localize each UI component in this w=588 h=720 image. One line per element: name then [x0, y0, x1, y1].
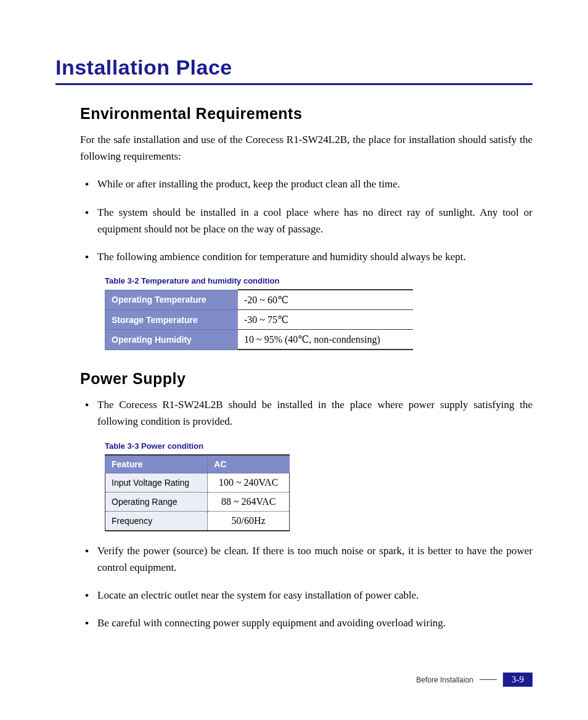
footer-divider: [480, 679, 497, 680]
list-item: Be careful with connecting power supply …: [80, 615, 533, 631]
table-power-condition: Feature AC Input Voltage Rating 100 ~ 24…: [105, 454, 290, 531]
list-item: While or after installing the product, k…: [80, 176, 533, 192]
table-row: Operating Humidity 10 ~ 95% (40℃, non-co…: [105, 330, 414, 350]
title-rule: [55, 83, 533, 85]
table-temperature-humidity: Operating Temperature -20 ~ 60℃ Storage …: [105, 289, 413, 350]
table-header-row: Feature AC: [105, 455, 290, 473]
col-header-feature: Feature: [105, 455, 208, 473]
footer-page-number: 3-9: [503, 673, 533, 687]
table-row: Storage Temperature -30 ~ 75℃: [105, 310, 414, 330]
cell-feature: Operating Range: [105, 492, 208, 511]
power-bullet-list-bottom: Verify the power (source) be clean. If t…: [80, 542, 533, 632]
col-header-ac: AC: [208, 455, 290, 473]
row-value: 10 ~ 95% (40℃, non-condensing): [238, 330, 413, 350]
footer-section-label: Before Installaion: [416, 676, 473, 684]
cell-feature: Frequency: [105, 511, 208, 531]
cell-ac: 88 ~ 264VAC: [208, 492, 290, 511]
power-bullet-list-top: The Corecess R1-SW24L2B should be instal…: [80, 396, 533, 430]
cell-feature: Input Voltage Rating: [105, 473, 208, 492]
list-item: Verify the power (source) be clean. If t…: [80, 542, 533, 576]
table-row: Input Voltage Rating 100 ~ 240VAC: [105, 473, 290, 492]
cell-ac: 50/60Hz: [208, 511, 290, 531]
table-row: Operating Temperature -20 ~ 60℃: [105, 290, 414, 310]
table-row: Operating Range 88 ~ 264VAC: [105, 492, 290, 511]
row-label: Storage Temperature: [105, 310, 239, 330]
row-label: Operating Temperature: [105, 290, 239, 310]
list-item: The following ambience condition for tem…: [80, 248, 533, 265]
row-label: Operating Humidity: [105, 330, 239, 350]
list-item: Locate an electric outlet near the syste…: [80, 587, 533, 603]
heading-environmental: Environmental Requirements: [80, 105, 533, 123]
row-value: -20 ~ 60℃: [238, 290, 413, 310]
cell-ac: 100 ~ 240VAC: [208, 473, 290, 492]
list-item: The system should be installed in a cool…: [80, 204, 533, 237]
table-row: Frequency 50/60Hz: [105, 511, 290, 531]
page-title: Installation Place: [55, 55, 533, 80]
env-bullet-list: While or after installing the product, k…: [80, 176, 533, 265]
page: Installation Place Environmental Require…: [0, 0, 588, 720]
env-intro: For the safe installation and use of the…: [80, 131, 533, 165]
list-item: The Corecess R1-SW24L2B should be instal…: [80, 396, 533, 430]
heading-power-supply: Power Supply: [80, 370, 533, 388]
table-caption-3-3: Table 3-3 Power condition: [105, 441, 533, 451]
page-footer: Before Installaion 3-9: [416, 673, 533, 687]
row-value: -30 ~ 75℃: [238, 310, 413, 330]
table-caption-3-2: Table 3-2 Temperature and humidity condi…: [105, 276, 533, 285]
